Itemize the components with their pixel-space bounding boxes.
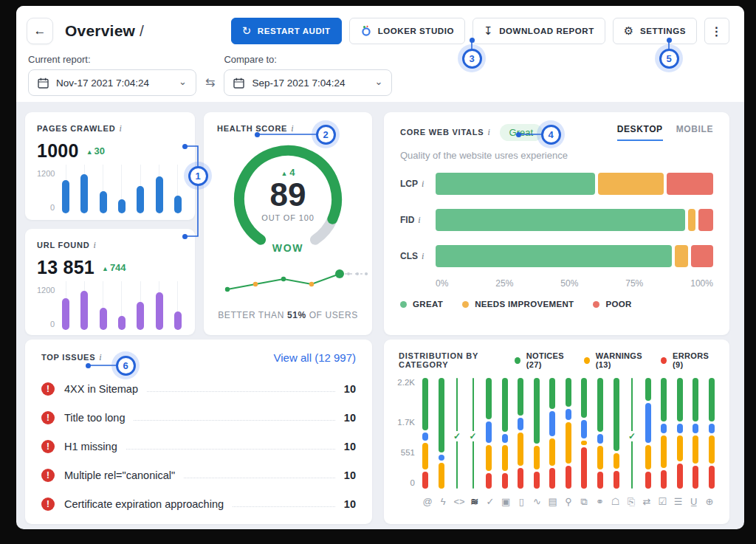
issue-row[interactable]: !Multiple rel="canonical"10	[41, 461, 356, 489]
bar-segment	[677, 424, 683, 433]
distribution-bar: ✓	[454, 378, 460, 489]
back-button[interactable]: ←	[27, 18, 53, 44]
legend-item: NOTICES (27)	[515, 351, 574, 369]
image-icon[interactable]: ▣	[501, 496, 511, 508]
url-found-card: URL FOUNDi 13 851 ▲744 1200 0	[25, 229, 195, 335]
up-arrow-icon: ▲	[102, 265, 109, 272]
info-icon[interactable]: i	[487, 127, 490, 137]
cwv-row-fid: FIDi	[400, 209, 713, 231]
bar-segment	[693, 466, 698, 489]
issue-row[interactable]: !Certificate expiration approaching10	[41, 489, 356, 518]
bar-segment	[693, 435, 698, 464]
bar-segment	[534, 378, 540, 444]
current-report-select[interactable]: Nov-17 2021 7:04:24 ⌄	[28, 69, 196, 96]
globe-icon[interactable]: ⊕	[704, 496, 715, 508]
cwv-segment	[436, 245, 672, 267]
bar-segment	[693, 424, 698, 433]
issue-count: 10	[344, 469, 356, 481]
legend-label: NOTICES (27)	[526, 351, 574, 369]
health-score-sparkline	[217, 264, 359, 301]
view-all-link[interactable]: View all (12 997)	[274, 351, 356, 364]
info-icon[interactable]: i	[422, 251, 424, 261]
cwv-segment	[598, 173, 664, 195]
search-icon[interactable]: ⚲	[563, 496, 574, 508]
dotted-leader	[147, 391, 335, 392]
pulse-icon[interactable]: ∿	[532, 496, 543, 508]
mini-bar	[174, 311, 182, 330]
cwv-bars: LCPiFIDiCLSi	[400, 173, 713, 267]
tab-desktop[interactable]: DESKTOP	[617, 124, 663, 141]
checkbox-icon[interactable]: ☑	[657, 496, 667, 508]
code-icon[interactable]: <>	[453, 496, 464, 508]
looker-studio-button[interactable]: LOOKER STUDIO	[349, 18, 465, 44]
app-screen: ← Overview/ ↻ RESTART AUDIT LOOKER STUDI…	[16, 6, 744, 529]
more-options-button[interactable]: ⋮	[704, 18, 729, 44]
issue-row[interactable]: !4XX in Sitemap10	[41, 374, 356, 403]
step-marker-2: 2	[312, 120, 340, 148]
distribution-bar	[534, 378, 540, 489]
copy-icon[interactable]: ⎘	[626, 496, 636, 508]
axis-tick: 25%	[495, 278, 513, 289]
health-score-gauge: ▲4 89 OUT OF 100	[225, 140, 351, 251]
bar-segment	[502, 378, 508, 432]
bar-segment	[566, 466, 571, 489]
tab-mobile[interactable]: MOBILE	[676, 124, 713, 141]
check-icon[interactable]: ✓	[485, 496, 495, 508]
mini-bar	[62, 180, 69, 213]
distribution-bar	[581, 378, 587, 489]
link-icon[interactable]: ⚭	[594, 496, 605, 508]
swap-reports-icon[interactable]: ⇆	[205, 75, 215, 89]
report-selectors: Current report: Nov-17 2021 7:04:24 ⌄ ⇆ …	[28, 54, 729, 96]
restart-audit-button[interactable]: ↻ RESTART AUDIT	[231, 18, 342, 44]
sparkline-chart	[217, 264, 372, 298]
sliders-icon[interactable]: ☰	[673, 496, 684, 508]
settings-button[interactable]: ⚙ SETTINGS	[613, 18, 697, 44]
issue-row[interactable]: !H1 missing10	[41, 432, 356, 461]
info-icon[interactable]: i	[119, 123, 122, 134]
step-marker-number: 3	[462, 49, 482, 69]
step-marker-number: 2	[316, 125, 336, 145]
info-icon[interactable]: i	[99, 352, 102, 362]
file-icon[interactable]: ▤	[548, 496, 558, 508]
distribution-bar	[502, 378, 508, 489]
check-icon: ✓	[451, 431, 463, 441]
info-icon[interactable]: i	[422, 179, 424, 189]
url-found-title-text: URL FOUND	[37, 241, 90, 249]
download-icon: ↧	[484, 24, 493, 38]
repeat-icon[interactable]: ⇄	[642, 496, 652, 508]
bar-segment	[677, 435, 683, 461]
health-score-footer: BETTER THAN 51% OF USERS	[217, 310, 359, 320]
external-link-icon[interactable]: ⧉	[579, 496, 589, 508]
cwv-segment	[436, 173, 595, 195]
cwv-title-text: CORE WEB VITALS	[400, 128, 484, 137]
bolt-icon[interactable]: ϟ	[438, 496, 448, 508]
pages-crawled-value: 1000	[37, 140, 79, 162]
compare-report-select[interactable]: Sep-17 2021 7:04:24 ⌄	[224, 69, 392, 96]
wind-icon[interactable]: ≋	[470, 496, 480, 508]
dotted-leader	[126, 449, 335, 450]
phone-icon[interactable]: ▯	[516, 496, 526, 508]
cwv-stacked-bar	[436, 245, 713, 267]
underline-icon[interactable]: U̲	[689, 496, 699, 508]
info-icon[interactable]: i	[418, 215, 420, 225]
pages-crawled-delta-value: 30	[94, 145, 105, 156]
issue-label: H1 missing	[64, 441, 117, 452]
bar-segment	[661, 470, 667, 489]
kebab-icon: ⋮	[711, 24, 724, 38]
bar-segment	[486, 421, 492, 442]
shield-icon[interactable]: ☖	[611, 496, 621, 508]
bar-segment	[518, 468, 523, 489]
download-report-button[interactable]: ↧ DOWNLOAD REPORT	[472, 18, 605, 44]
legend-label: WARNINGS (13)	[596, 351, 651, 369]
issue-count: 10	[344, 441, 356, 452]
chevron-down-icon: ⌄	[179, 76, 187, 87]
info-icon[interactable]: i	[94, 240, 97, 250]
legend-label: GREAT	[413, 300, 443, 309]
cwv-subtitle: Quality of the website usres experience	[400, 150, 713, 161]
issue-row[interactable]: !Title too long10	[41, 403, 356, 432]
legend-dot-icon	[400, 301, 407, 308]
issue-label: Multiple rel="canonical"	[64, 469, 175, 481]
info-icon[interactable]: i	[291, 123, 294, 134]
bar-segment	[549, 378, 555, 409]
at-icon[interactable]: @	[422, 496, 433, 508]
